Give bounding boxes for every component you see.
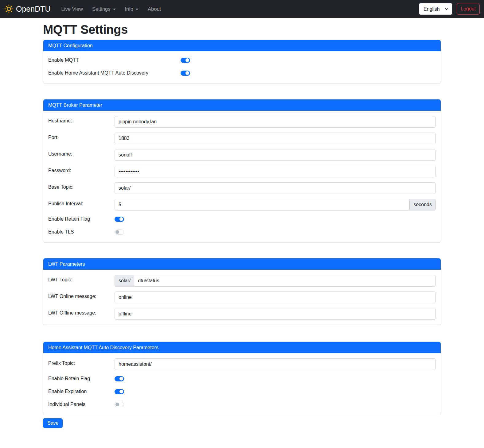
username-label: Username: [48,149,115,161]
nav-item-settings[interactable]: Settings [88,4,120,14]
card-header: MQTT Broker Parameter [43,99,441,111]
card-mqtt-broker-parameter: MQTT Broker Parameter Hostname: Port: Us… [43,99,441,243]
ha-expiration-label: Enable Expiration [48,389,115,394]
language-select-wrap: English [419,3,452,15]
switch-row-enable-mqtt: Enable MQTT [48,56,436,64]
ha-expiration-toggle[interactable] [115,389,124,394]
field-row-lwt-online: LWT Online message: [48,292,436,303]
field-row-base-topic: Base Topic: [48,182,436,194]
toggle-knob [119,377,123,380]
base-topic-input[interactable] [115,182,436,194]
lwt-online-label: LWT Online message: [48,292,115,303]
switch-row-ha-expiration: Enable Expiration [48,388,436,395]
card-header: LWT Parameters [43,258,441,270]
ha-auto-discovery-toggle[interactable] [181,71,190,76]
field-row-lwt-topic: LWT Topic: solar/ [48,275,436,287]
individual-panels-toggle[interactable] [115,402,124,407]
card-header: Home Assistant MQTT Auto Discovery Param… [43,342,441,353]
toggle-knob [115,403,119,406]
nav-item-about[interactable]: About [143,4,166,14]
card-mqtt-configuration: MQTT Configuration Enable MQTT Enable Ho… [43,40,441,84]
sun-icon [4,4,14,14]
ha-retain-flag-toggle[interactable] [115,376,124,381]
switch-row-ha-auto-discovery: Enable Home Assistant MQTT Auto Discover… [48,69,436,77]
caret-down-icon [113,9,116,10]
field-row-hostname: Hostname: [48,116,436,128]
hostname-input[interactable] [115,116,436,128]
field-row-username: Username: [48,149,436,161]
field-row-lwt-offline: LWT Offline message: [48,308,436,320]
port-input[interactable] [115,133,436,144]
toggle-knob [119,217,123,221]
language-select[interactable]: English [419,3,452,15]
lwt-offline-label: LWT Offline message: [48,308,115,320]
tls-toggle[interactable] [115,230,124,235]
page-title: MQTT Settings [43,23,441,37]
toggle-knob [185,71,189,75]
toggle-knob [119,390,123,393]
switch-row-retain-flag: Enable Retain Flag [48,215,436,223]
username-input[interactable] [115,149,436,161]
field-row-port: Port: [48,133,436,144]
hostname-label: Hostname: [48,116,115,128]
publish-interval-label: Publish Interval: [48,199,115,210]
card-lwt-parameters: LWT Parameters LWT Topic: solar/ LWT Onl… [43,258,441,326]
logout-button[interactable]: Logout [457,3,480,15]
field-row-password: Password: [48,166,436,177]
field-row-prefix-topic: Prefix Topic: [48,358,436,370]
switch-row-ha-retain-flag: Enable Retain Flag [48,375,436,382]
ha-retain-flag-label: Enable Retain Flag [48,376,115,381]
nav-item-info[interactable]: Info [120,4,143,14]
toggle-knob [115,230,119,234]
brand[interactable]: OpenDTU [4,4,51,14]
caret-down-icon [135,9,139,10]
lwt-online-input[interactable] [115,292,436,303]
retain-flag-toggle[interactable] [115,217,124,222]
lwt-offline-input[interactable] [115,308,436,320]
lwt-topic-prefix-addon: solar/ [115,275,134,287]
password-input[interactable] [115,166,436,177]
lwt-topic-label: LWT Topic: [48,275,115,287]
switch-row-tls: Enable TLS [48,228,436,236]
prefix-topic-label: Prefix Topic: [48,358,115,370]
port-label: Port: [48,133,115,144]
base-topic-label: Base Topic: [48,182,115,194]
enable-mqtt-label: Enable MQTT [48,57,181,63]
card-header: MQTT Configuration [43,40,441,51]
enable-mqtt-toggle[interactable] [181,58,190,63]
prefix-topic-input[interactable] [115,358,436,370]
individual-panels-label: Individual Panels [48,402,115,407]
tls-label: Enable TLS [48,229,115,235]
main-container: MQTT Settings MQTT Configuration Enable … [43,18,441,434]
password-label: Password: [48,166,115,177]
ha-auto-discovery-label: Enable Home Assistant MQTT Auto Discover… [48,70,181,76]
toggle-knob [185,58,189,62]
card-ha-auto-discovery-parameters: Home Assistant MQTT Auto Discovery Param… [43,342,441,415]
nav-links: Live View Settings Info About [57,4,419,14]
publish-interval-input[interactable] [115,199,410,210]
retain-flag-label: Enable Retain Flag [48,216,115,222]
save-button[interactable]: Save [43,418,63,428]
nav-item-live-view[interactable]: Live View [57,4,88,14]
top-navbar: OpenDTU Live View Settings Info About En… [0,0,484,18]
nav-right: English Logout [419,3,480,15]
field-row-publish-interval: Publish Interval: seconds [48,199,436,210]
switch-row-individual-panels: Individual Panels [48,401,436,408]
lwt-topic-input[interactable] [134,275,436,287]
seconds-addon: seconds [410,199,436,210]
brand-label: OpenDTU [16,5,51,14]
